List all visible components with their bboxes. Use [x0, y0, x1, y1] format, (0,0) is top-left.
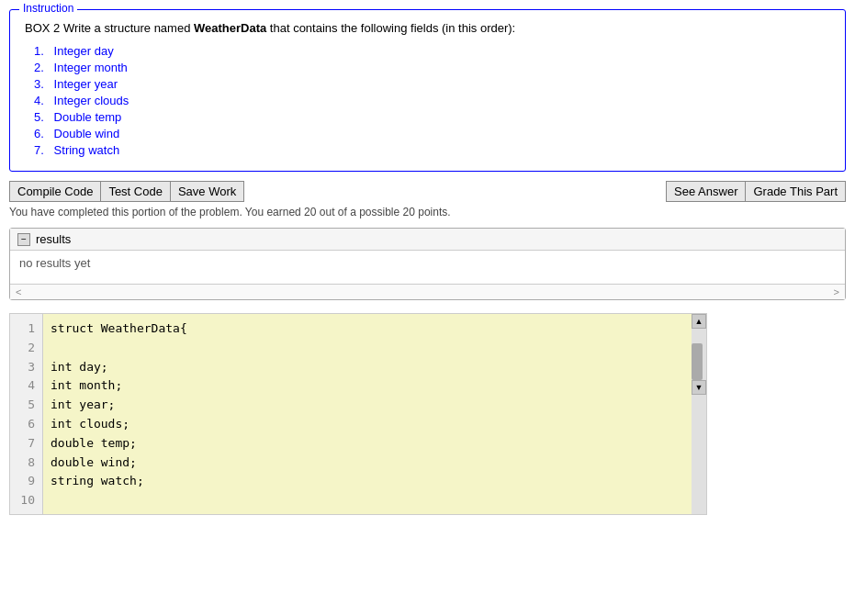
compile-button[interactable]: Compile Code — [9, 181, 100, 202]
see-answer-button[interactable]: See Answer — [666, 181, 745, 202]
scrollbar-up-arrow[interactable]: ▲ — [692, 314, 706, 329]
instruction-list-item: 6. Double wind — [34, 127, 830, 140]
instruction-list-item: 5. Double temp — [34, 110, 830, 124]
code-line — [51, 491, 684, 510]
scrollbar-down-arrow[interactable]: ▼ — [692, 380, 706, 395]
instruction-list-item: 2. Integer month — [34, 61, 830, 74]
line-number: 7 — [17, 434, 35, 454]
code-line: double temp; — [51, 434, 684, 454]
code-line: struct WeatherData{ — [51, 319, 684, 339]
line-number: 2 — [17, 339, 35, 358]
instruction-list-item: 1. Integer day — [34, 44, 830, 58]
toolbar-left: Compile Code Test Code Save Work — [9, 181, 244, 202]
instruction-label: Instruction — [19, 2, 77, 15]
code-editor: 12345678910 struct WeatherData{ int day;… — [9, 313, 707, 515]
grade-button[interactable]: Grade This Part — [745, 181, 846, 202]
toolbar-right: See Answer Grade This Part — [666, 181, 846, 202]
instruction-intro-end: that contains the following fields (in t… — [266, 21, 515, 35]
test-button[interactable]: Test Code — [100, 181, 170, 202]
code-line: int month; — [51, 376, 684, 396]
results-scroll-left[interactable]: < — [16, 286, 21, 297]
save-button[interactable]: Save Work — [170, 181, 244, 202]
instruction-list-item: 3. Integer year — [34, 77, 830, 91]
instruction-box: Instruction BOX 2 Write a structure name… — [9, 9, 846, 172]
scrollbar-thumb[interactable] — [692, 343, 703, 380]
results-toggle[interactable]: − — [17, 233, 30, 246]
results-title: results — [36, 232, 71, 246]
list-num: 7. — [34, 143, 51, 157]
line-numbers: 12345678910 — [10, 314, 43, 514]
instruction-list: 1. Integer day2. Integer month3. Integer… — [25, 44, 830, 157]
instruction-list-item: 4. Integer clouds — [34, 94, 830, 107]
code-line: int clouds; — [51, 415, 684, 434]
code-line — [51, 339, 684, 358]
code-area[interactable]: struct WeatherData{ int day;int month;in… — [43, 314, 692, 514]
results-box: − results no results yet < > — [9, 228, 846, 300]
line-number: 5 — [17, 396, 35, 415]
struct-name: WeatherData — [194, 21, 266, 35]
instruction-intro: BOX 2 Write a structure named — [25, 21, 194, 35]
line-number: 3 — [17, 358, 35, 377]
list-num: 6. — [34, 127, 51, 140]
results-scroll-right[interactable]: > — [834, 286, 839, 297]
list-num: 2. — [34, 61, 51, 74]
list-num: 4. — [34, 94, 51, 107]
instruction-text: BOX 2 Write a structure named WeatherDat… — [25, 21, 830, 35]
list-num: 1. — [34, 44, 51, 58]
line-number: 1 — [17, 319, 35, 339]
results-content: no results yet — [10, 251, 845, 284]
code-line: double wind; — [51, 454, 684, 473]
line-number: 9 — [17, 472, 35, 491]
list-num: 5. — [34, 110, 51, 124]
results-label: − results — [10, 229, 845, 251]
list-num: 3. — [34, 77, 51, 91]
results-footer: < > — [10, 284, 845, 299]
status-text: You have completed this portion of the p… — [9, 206, 846, 218]
line-number: 10 — [17, 491, 35, 510]
scrollbar[interactable]: ▲ ▼ — [692, 314, 706, 514]
code-line: int day; — [51, 358, 684, 377]
code-line: string watch; — [51, 472, 684, 491]
line-number: 6 — [17, 415, 35, 434]
code-line: int year; — [51, 396, 684, 415]
instruction-list-item: 7. String watch — [34, 143, 830, 157]
line-number: 4 — [17, 376, 35, 396]
toolbar: Compile Code Test Code Save Work See Ans… — [9, 181, 846, 202]
line-number: 8 — [17, 454, 35, 473]
